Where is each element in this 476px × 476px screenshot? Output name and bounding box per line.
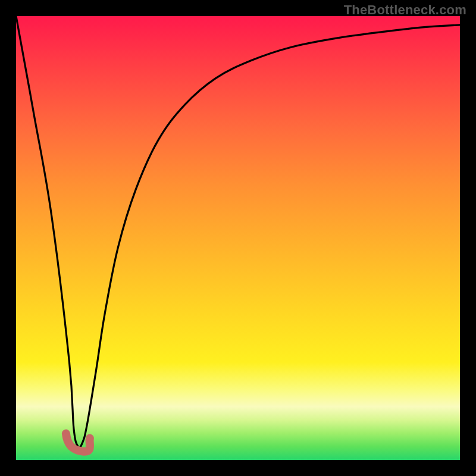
chart-frame: TheBottleneck.com [0, 0, 476, 476]
chart-curve [16, 16, 460, 447]
chart-plot-area [16, 16, 460, 460]
chart-svg [16, 16, 460, 460]
chart-min-marker [66, 434, 90, 452]
